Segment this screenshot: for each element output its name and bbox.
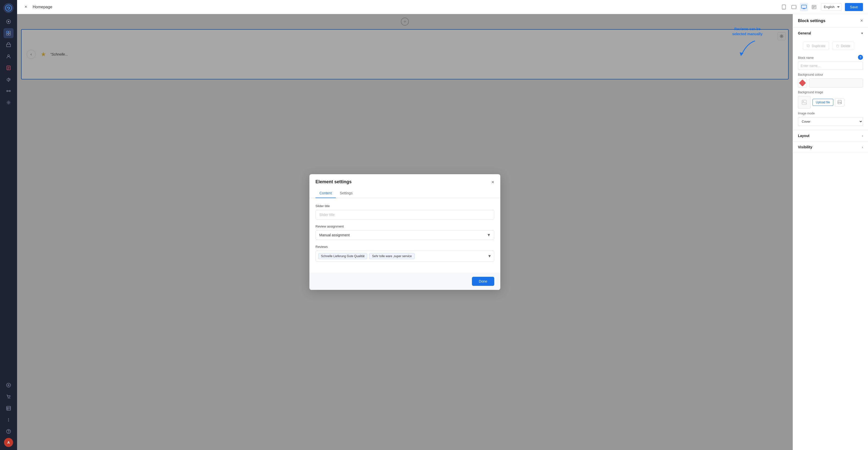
tab-settings[interactable]: Settings: [336, 189, 356, 198]
block-name-input[interactable]: [798, 62, 863, 70]
svg-rect-26: [801, 5, 806, 8]
panel-layout-title: Layout: [798, 134, 809, 138]
svg-rect-3: [6, 31, 8, 33]
svg-point-33: [803, 101, 804, 102]
svg-point-2: [8, 21, 9, 22]
panel-title: Block settings: [798, 19, 825, 23]
image-library-button[interactable]: [835, 98, 844, 107]
done-button[interactable]: Done: [472, 277, 494, 286]
main-area: × Homepage English German French Save: [17, 0, 868, 450]
sidebar: A: [0, 0, 17, 450]
mobile-device-icon[interactable]: [780, 3, 788, 11]
sidebar-item-marketing[interactable]: [3, 75, 13, 84]
tablet-device-icon[interactable]: [790, 3, 798, 11]
page-canvas: + ‹ ★ "Schnelle... Element settings ×: [17, 14, 793, 450]
svg-point-19: [8, 421, 9, 422]
sidebar-item-cart[interactable]: [3, 392, 13, 402]
svg-point-21: [8, 432, 9, 433]
upload-file-button[interactable]: Upload file: [812, 99, 833, 106]
sidebar-item-add[interactable]: [3, 380, 13, 390]
colour-bar[interactable]: [809, 79, 863, 87]
panel-general-arrow: ▾: [861, 31, 863, 35]
element-settings-modal: Element settings × Content Settings Revi…: [309, 174, 500, 290]
review-assignment-group: Review assignment Manual assignment Auto…: [315, 225, 494, 240]
reviews-group: Reviews Schnelle Lieferung Gute Qualität…: [315, 245, 494, 262]
svg-rect-4: [9, 31, 10, 33]
content-area: + ‹ ★ "Schnelle... Element settings ×: [17, 14, 868, 450]
svg-point-10: [7, 90, 8, 92]
bg-image-actions: Upload file: [812, 98, 863, 107]
svg-point-12: [8, 102, 9, 103]
image-mode-select[interactable]: Cover Contain Stretch Tile: [798, 117, 863, 126]
sidebar-item-integrations[interactable]: [3, 86, 13, 96]
panel-visibility-title: Visibility: [798, 145, 812, 149]
modal-header: Element settings ×: [309, 174, 500, 185]
panel-section-general: General ▾ Duplicate Delete: [793, 28, 868, 130]
panel-general-title: General: [798, 31, 811, 35]
modal-footer: Done: [309, 273, 500, 290]
panel-close-button[interactable]: ×: [860, 18, 863, 23]
modal-tabs: Content Settings: [309, 189, 500, 198]
slider-title-label: Slider title: [315, 204, 494, 208]
desktop-device-icon[interactable]: [800, 3, 808, 11]
svg-rect-5: [6, 33, 8, 35]
block-name-badge: ?: [858, 55, 863, 60]
colour-swatch[interactable]: [798, 79, 807, 87]
reviews-label: Reviews: [315, 245, 494, 249]
sidebar-item-layout[interactable]: [3, 28, 13, 38]
panel-actions: Duplicate Delete: [798, 39, 863, 53]
sidebar-item-settings[interactable]: [3, 97, 13, 108]
save-button[interactable]: Save: [845, 3, 863, 11]
svg-rect-30: [807, 45, 809, 47]
topbar: × Homepage English German French Save: [17, 0, 868, 14]
sidebar-item-table[interactable]: [3, 403, 13, 413]
review-assignment-select[interactable]: Manual assignment Automatic assignment: [315, 230, 494, 240]
svg-rect-16: [6, 406, 10, 410]
reviews-dropdown-arrow: ▼: [488, 254, 492, 258]
sidebar-item-more[interactable]: [3, 415, 13, 425]
text-layout-icon[interactable]: [810, 3, 818, 11]
svg-rect-6: [9, 33, 10, 35]
svg-point-23: [784, 8, 784, 9]
bg-colour-label: Background colour: [798, 73, 863, 77]
svg-rect-32: [802, 100, 806, 105]
svg-rect-31: [807, 45, 809, 47]
panel-layout-arrow: ›: [862, 134, 863, 138]
svg-point-8: [8, 55, 9, 57]
svg-rect-34: [838, 100, 841, 104]
slider-title-input[interactable]: [315, 210, 494, 220]
user-avatar[interactable]: A: [4, 438, 13, 447]
review-assignment-label: Review assignment: [315, 225, 494, 228]
bg-image-preview: [798, 96, 810, 109]
panel-layout-header[interactable]: Layout ›: [793, 130, 868, 141]
panel-general-header[interactable]: General ▾: [793, 28, 868, 39]
panel-general-content: Duplicate Delete Block name ? Background…: [793, 39, 868, 130]
bg-image-row: Upload file: [798, 96, 863, 109]
colour-swatch-inner: [799, 79, 806, 86]
bg-image-label: Background image: [798, 90, 863, 94]
review-tag-2: Sehr tolle ware ,super service: [369, 253, 414, 259]
svg-rect-7: [6, 44, 10, 47]
sidebar-item-orders[interactable]: [3, 63, 13, 73]
modal-close-button[interactable]: ×: [491, 179, 494, 185]
sidebar-item-store[interactable]: [3, 40, 13, 50]
modal-body: Reviews can beselected manually Slider t…: [309, 198, 500, 273]
app-logo[interactable]: [3, 3, 13, 13]
panel-visibility-header[interactable]: Visibility ›: [793, 142, 868, 152]
svg-point-25: [796, 7, 796, 7]
svg-point-17: [8, 418, 9, 419]
review-tag-1: Schnelle Lieferung Gute Qualität: [318, 253, 367, 259]
reviews-tags-field[interactable]: Schnelle Lieferung Gute Qualität Sehr to…: [315, 251, 494, 262]
duplicate-button: Duplicate: [803, 42, 829, 50]
tab-content[interactable]: Content: [315, 189, 336, 198]
sidebar-item-help[interactable]: [3, 426, 13, 437]
close-page-button[interactable]: ×: [22, 3, 30, 11]
sidebar-item-users[interactable]: [3, 51, 13, 61]
slider-title-group: Slider title: [315, 204, 494, 220]
sidebar-item-dashboard[interactable]: [3, 17, 13, 27]
language-selector[interactable]: English German French: [821, 3, 842, 10]
svg-rect-24: [792, 5, 796, 9]
svg-point-15: [9, 398, 10, 399]
panel-section-visibility: Visibility ›: [793, 142, 868, 153]
modal-overlay: Element settings × Content Settings Revi…: [17, 14, 793, 450]
